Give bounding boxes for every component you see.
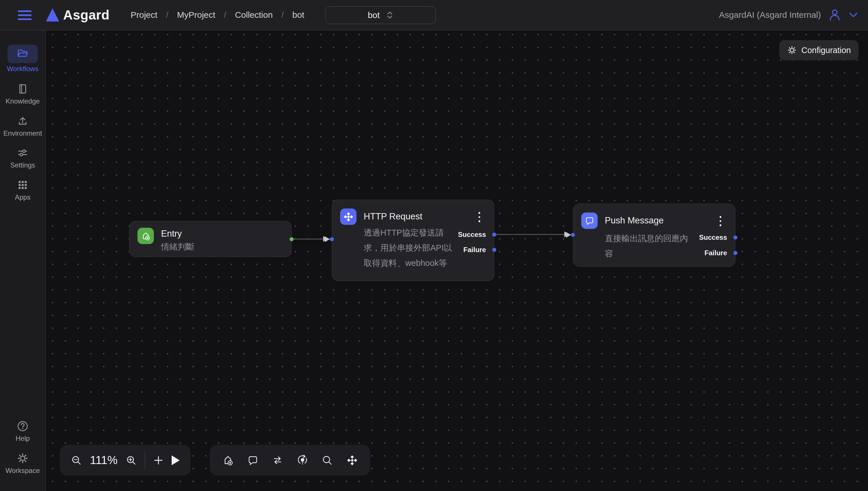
search-icon xyxy=(321,454,333,466)
home-plus-icon xyxy=(137,228,154,244)
apps-grid-icon xyxy=(17,179,28,191)
zoom-in-button[interactable] xyxy=(126,455,137,466)
node-description: 直接輸出訊息的回應內容 xyxy=(605,231,694,261)
node-push-message[interactable]: Push Message 直接輸出訊息的回應內容 Success Failure xyxy=(573,204,735,267)
input-port[interactable] xyxy=(571,233,575,237)
node-title: HTTP Request xyxy=(364,211,422,222)
breadcrumb-separator: / xyxy=(281,10,283,20)
add-intent-node-button[interactable] xyxy=(297,454,308,466)
app-title: Asgard xyxy=(63,0,109,30)
sidebar-item-workspace[interactable]: Workspace xyxy=(0,452,45,475)
zoom-out-button[interactable] xyxy=(71,455,82,466)
port-label-success: Success xyxy=(699,234,727,241)
chevron-down-icon xyxy=(848,11,858,18)
zoom-toolbar: 111% xyxy=(60,445,191,475)
success-port[interactable] xyxy=(492,233,496,237)
breadcrumb-collection[interactable]: Collection xyxy=(235,10,273,20)
failure-port[interactable] xyxy=(492,248,496,252)
workflow-canvas[interactable]: Configuration Entry 情緒判斷 xyxy=(46,30,868,491)
hamburger-menu-icon[interactable] xyxy=(18,10,32,20)
loop-lightbulb-icon xyxy=(297,454,308,466)
workflow-selector[interactable]: bot xyxy=(325,6,436,24)
user-icon xyxy=(828,8,842,22)
folder-icon xyxy=(16,48,29,60)
asgard-logo-icon xyxy=(46,8,59,22)
input-arrowhead-icon xyxy=(566,232,571,238)
zoom-level: 111% xyxy=(90,454,117,467)
breadcrumb: Project / MyProject / Collection / bot xyxy=(131,0,304,30)
port-label-failure: Failure xyxy=(463,246,486,254)
sidebar-item-label: Workspace xyxy=(0,467,45,475)
sidebar-item-apps[interactable]: Apps xyxy=(0,178,45,201)
sidebar-item-settings[interactable]: Settings xyxy=(0,146,45,169)
workflow-selector-value: bot xyxy=(368,10,380,20)
upload-icon xyxy=(17,115,28,127)
help-icon xyxy=(17,420,29,432)
diamonds-icon xyxy=(346,454,358,466)
unfold-more-icon xyxy=(386,11,394,20)
breadcrumb-project[interactable]: Project xyxy=(131,10,157,20)
node-entry[interactable]: Entry 情緒判斷 xyxy=(129,221,292,257)
success-port[interactable] xyxy=(733,235,737,239)
search-button[interactable] xyxy=(321,454,333,466)
node-menu-kebab-icon[interactable] xyxy=(477,211,482,224)
node-title: Push Message xyxy=(605,215,663,226)
add-http-node-button[interactable] xyxy=(346,454,358,466)
play-icon xyxy=(172,456,180,465)
sidebar-item-label: Apps xyxy=(0,193,45,201)
node-title: Entry xyxy=(161,229,182,239)
configuration-button[interactable]: Configuration xyxy=(779,40,859,60)
sidebar-item-label: Knowledge xyxy=(0,97,45,105)
sidebar-item-label: Settings xyxy=(0,161,45,169)
node-description: 透過HTTP協定發送請求，用於串接外部API以取得資料、webhook等 xyxy=(364,225,453,271)
port-label-success: Success xyxy=(458,231,486,238)
add-node-button[interactable] xyxy=(153,455,164,466)
add-message-node-button[interactable] xyxy=(247,454,259,466)
gear-icon xyxy=(787,45,797,55)
breadcrumb-bot[interactable]: bot xyxy=(293,10,304,20)
plus-icon xyxy=(153,455,164,466)
zoom-out-icon xyxy=(71,455,82,466)
top-bar: Asgard Project / MyProject / Collection … xyxy=(0,0,868,30)
swap-arrows-icon xyxy=(272,454,283,466)
sidebar-item-workflows[interactable]: Workflows xyxy=(0,45,45,73)
sliders-icon xyxy=(17,147,28,158)
output-port[interactable] xyxy=(290,237,294,241)
gear-icon xyxy=(17,452,29,464)
book-icon xyxy=(17,83,28,95)
breadcrumb-separator: / xyxy=(224,10,226,20)
active-item-highlight xyxy=(7,45,38,63)
zoom-in-icon xyxy=(126,455,137,466)
input-port[interactable] xyxy=(330,237,334,241)
home-plus-icon xyxy=(222,454,234,466)
port-label-failure: Failure xyxy=(704,249,727,257)
run-workflow-button[interactable] xyxy=(172,456,180,465)
sidebar-item-help[interactable]: Help xyxy=(0,420,45,442)
node-http-request[interactable]: HTTP Request 透過HTTP協定發送請求，用於串接外部API以取得資料… xyxy=(332,200,494,281)
configuration-label: Configuration xyxy=(802,46,851,55)
chat-bubble-icon xyxy=(247,454,259,466)
account-menu[interactable]: AsgardAI (Asgard Internal) xyxy=(719,0,858,30)
account-label: AsgardAI (Asgard Internal) xyxy=(719,10,821,20)
sidebar-item-environment[interactable]: Environment xyxy=(0,114,45,137)
node-subtitle: 情緒判斷 xyxy=(161,241,194,253)
breadcrumb-separator: / xyxy=(166,10,168,20)
add-switch-node-button[interactable] xyxy=(272,454,283,466)
input-arrowhead-icon xyxy=(325,236,330,242)
node-palette-toolbar xyxy=(210,445,370,475)
asgard-app: Asgard Project / MyProject / Collection … xyxy=(0,0,868,491)
edge-http-success-to-push xyxy=(494,234,573,235)
failure-port[interactable] xyxy=(733,251,737,255)
sidebar-item-label: Workflows xyxy=(0,65,45,73)
breadcrumb-myproject[interactable]: MyProject xyxy=(177,10,215,20)
sidebar-item-label: Help xyxy=(0,434,45,442)
sidebar: Workflows Knowledge Environment xyxy=(0,30,46,491)
toolbar-divider xyxy=(145,452,145,469)
add-entry-node-button[interactable] xyxy=(222,454,234,466)
chat-bubble-icon xyxy=(581,212,598,229)
sidebar-item-knowledge[interactable]: Knowledge xyxy=(0,82,45,105)
diamonds-icon xyxy=(340,208,356,225)
sidebar-item-label: Environment xyxy=(0,129,45,137)
node-menu-kebab-icon[interactable] xyxy=(718,215,723,227)
